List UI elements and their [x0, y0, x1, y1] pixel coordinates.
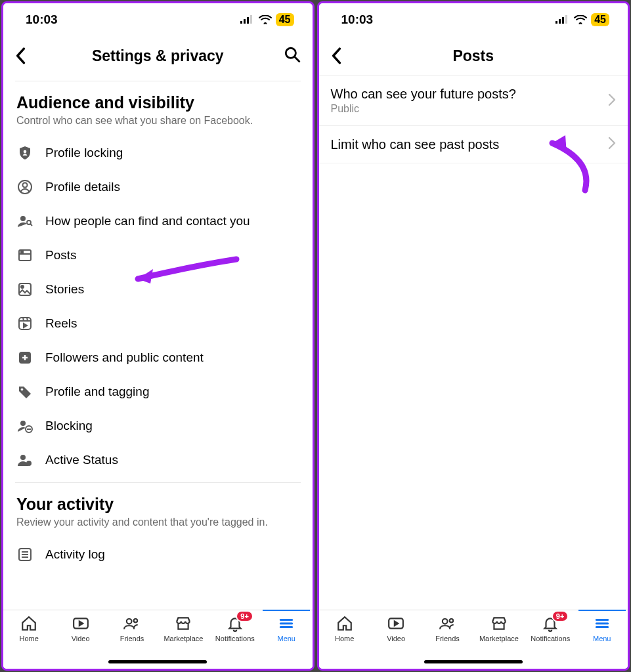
tab-menu[interactable]: Menu	[263, 614, 310, 669]
followers-icon	[16, 349, 33, 366]
stories-icon	[16, 281, 33, 298]
menu-item-tagging[interactable]: Profile and tagging	[16, 375, 299, 409]
video-icon	[387, 614, 405, 633]
svg-point-46	[449, 619, 452, 622]
section-subtitle: Control who can see what you share on Fa…	[16, 115, 299, 127]
chevron-left-icon	[331, 47, 341, 64]
svg-rect-17	[19, 318, 31, 329]
cellular-icon	[555, 15, 570, 24]
tab-label: Home	[20, 635, 39, 642]
row-title: Limit who can see past posts	[331, 137, 500, 152]
video-icon	[72, 614, 90, 633]
tab-home[interactable]: Home	[5, 614, 53, 669]
menu-item-find-contact[interactable]: How people can find and contact you	[16, 204, 299, 238]
status-bar: 10:03 45	[319, 3, 628, 36]
home-indicator	[108, 660, 207, 663]
menu-item-posts[interactable]: Posts	[16, 238, 299, 272]
menu-item-profile-locking[interactable]: Profile locking	[16, 136, 299, 170]
reels-icon	[16, 315, 33, 332]
search-icon	[284, 46, 301, 63]
row-future-posts[interactable]: Who can see your future posts? Public	[319, 76, 628, 126]
menu-item-blocking[interactable]: Blocking	[16, 409, 299, 443]
wifi-icon	[259, 15, 272, 24]
tab-label: Menu	[277, 635, 295, 642]
tab-home[interactable]: Home	[321, 614, 368, 669]
status-right: 45	[555, 13, 609, 26]
menu-label: Activity log	[45, 547, 105, 562]
marketplace-icon	[490, 614, 508, 633]
row-text: Who can see your future posts? Public	[331, 87, 516, 115]
search-button[interactable]	[277, 46, 301, 66]
tab-video[interactable]: Video	[57, 614, 104, 669]
tab-video[interactable]: Video	[372, 614, 420, 669]
tab-notifications[interactable]: 9+ Notifications	[527, 614, 574, 669]
menu-item-active-status[interactable]: Active Status	[16, 443, 299, 477]
tab-label: Video	[72, 635, 90, 642]
svg-point-25	[20, 421, 26, 426]
chevron-right-icon	[608, 93, 616, 109]
friends-icon	[439, 614, 457, 633]
back-button[interactable]	[331, 47, 355, 64]
page-title: Settings & privacy	[39, 47, 277, 65]
activity-log-icon	[16, 546, 33, 563]
home-icon	[20, 614, 38, 633]
header: Posts	[319, 36, 628, 75]
tab-label: Friends	[120, 635, 144, 642]
menu-label: Profile and tagging	[45, 385, 149, 399]
notification-badge: 9+	[236, 610, 253, 622]
tab-menu[interactable]: Menu	[578, 614, 626, 669]
svg-point-24	[21, 388, 24, 391]
tab-label: Menu	[593, 635, 611, 642]
battery-badge: 45	[591, 13, 609, 26]
svg-line-5	[295, 57, 299, 62]
posts-icon	[16, 247, 33, 264]
bell-icon: 9+	[226, 614, 244, 633]
chevron-right-icon	[608, 136, 616, 152]
menu-item-followers[interactable]: Followers and public content	[16, 341, 299, 375]
menu-label: Profile locking	[45, 146, 123, 160]
home-indicator	[424, 660, 523, 663]
menu-label: Profile details	[45, 180, 120, 194]
divider	[15, 81, 301, 81]
svg-rect-42	[562, 17, 564, 24]
svg-point-6	[24, 150, 27, 154]
shield-icon	[16, 144, 33, 161]
back-button[interactable]	[15, 47, 39, 64]
svg-point-35	[127, 619, 132, 624]
tab-bar: Home Video Friends Marketplace 9+ Notifi…	[3, 610, 313, 669]
menu-item-profile-details[interactable]: Profile details	[16, 170, 299, 204]
home-icon	[336, 614, 354, 633]
menu-item-activity-log[interactable]: Activity log	[16, 537, 299, 572]
section-subtitle: Review your activity and content that yo…	[16, 516, 299, 528]
hamburger-icon	[277, 614, 295, 633]
tab-label: Friends	[435, 635, 460, 642]
menu-label: How people can find and contact you	[45, 214, 250, 228]
row-sub: Public	[331, 103, 516, 115]
tab-label: Video	[387, 635, 405, 642]
menu-label: Posts	[45, 248, 77, 262]
menu-item-reels[interactable]: Reels	[16, 306, 299, 341]
menu-item-stories[interactable]: Stories	[16, 272, 299, 306]
tab-bar: Home Video Friends Marketplace 9+ Notifi…	[319, 610, 628, 669]
menu-label: Followers and public content	[45, 350, 204, 365]
profile-icon	[16, 178, 33, 196]
row-text: Limit who can see past posts	[331, 137, 500, 152]
svg-rect-41	[559, 19, 561, 24]
tag-icon	[16, 383, 33, 400]
marketplace-icon	[174, 614, 192, 633]
tab-label: Marketplace	[479, 635, 519, 642]
svg-rect-0	[240, 21, 242, 24]
svg-rect-1	[244, 19, 246, 24]
svg-rect-43	[565, 15, 567, 24]
section-title: Your activity	[16, 495, 299, 514]
row-limit-past-posts[interactable]: Limit who can see past posts	[319, 126, 628, 163]
tab-notifications[interactable]: 9+ Notifications	[211, 614, 259, 669]
battery-badge: 45	[276, 13, 294, 26]
tab-label: Notifications	[215, 635, 255, 642]
menu-label: Active Status	[45, 453, 118, 467]
header: Settings & privacy	[3, 36, 313, 75]
svg-line-20	[27, 318, 28, 321]
page-title: Posts	[355, 47, 593, 65]
blocking-icon	[16, 417, 33, 434]
tab-label: Marketplace	[163, 635, 203, 642]
